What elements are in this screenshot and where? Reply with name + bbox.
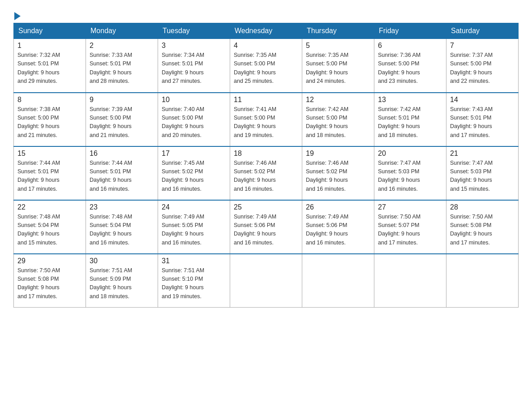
weekday-header-friday: Friday — [374, 23, 446, 39]
calendar-table: SundayMondayTuesdayWednesdayThursdayFrid… — [13, 23, 519, 308]
day-info: Sunrise: 7:37 AMSunset: 5:00 PMDaylight:… — [450, 51, 515, 86]
calendar-cell: 10Sunrise: 7:40 AMSunset: 5:00 PMDayligh… — [158, 93, 230, 146]
calendar-week-row: 22Sunrise: 7:48 AMSunset: 5:04 PMDayligh… — [14, 200, 519, 254]
day-info: Sunrise: 7:43 AMSunset: 5:01 PMDaylight:… — [450, 105, 515, 140]
day-info: Sunrise: 7:46 AMSunset: 5:02 PMDaylight:… — [234, 159, 298, 194]
calendar-cell: 28Sunrise: 7:50 AMSunset: 5:08 PMDayligh… — [446, 200, 519, 254]
weekday-header-tuesday: Tuesday — [158, 23, 230, 39]
day-number: 2 — [90, 42, 154, 50]
day-number: 21 — [450, 150, 515, 158]
calendar-cell: 1Sunrise: 7:32 AMSunset: 5:01 PMDaylight… — [14, 39, 86, 93]
calendar-cell: 22Sunrise: 7:48 AMSunset: 5:04 PMDayligh… — [14, 200, 86, 254]
day-number: 12 — [306, 96, 370, 104]
calendar-cell: 11Sunrise: 7:41 AMSunset: 5:00 PMDayligh… — [230, 93, 302, 146]
day-info: Sunrise: 7:49 AMSunset: 5:06 PMDaylight:… — [306, 213, 370, 248]
weekday-header-monday: Monday — [86, 23, 158, 39]
calendar-cell: 6Sunrise: 7:36 AMSunset: 5:00 PMDaylight… — [374, 39, 446, 93]
day-number: 26 — [306, 203, 370, 211]
calendar-cell: 5Sunrise: 7:35 AMSunset: 5:00 PMDaylight… — [302, 39, 374, 93]
logo — [13, 11, 21, 18]
calendar-week-row: 1Sunrise: 7:32 AMSunset: 5:01 PMDaylight… — [14, 39, 519, 93]
day-info: Sunrise: 7:39 AMSunset: 5:00 PMDaylight:… — [90, 105, 154, 140]
day-number: 15 — [17, 150, 82, 158]
day-number: 5 — [306, 42, 370, 50]
calendar-week-row: 8Sunrise: 7:38 AMSunset: 5:00 PMDaylight… — [14, 93, 519, 146]
calendar-cell: 17Sunrise: 7:45 AMSunset: 5:02 PMDayligh… — [158, 146, 230, 200]
day-info: Sunrise: 7:47 AMSunset: 5:03 PMDaylight:… — [450, 159, 515, 194]
day-number: 28 — [450, 203, 515, 211]
calendar-cell: 16Sunrise: 7:44 AMSunset: 5:01 PMDayligh… — [86, 146, 158, 200]
calendar-cell: 8Sunrise: 7:38 AMSunset: 5:00 PMDaylight… — [14, 93, 86, 146]
calendar-cell: 25Sunrise: 7:49 AMSunset: 5:06 PMDayligh… — [230, 200, 302, 254]
day-info: Sunrise: 7:48 AMSunset: 5:04 PMDaylight:… — [90, 213, 154, 248]
day-info: Sunrise: 7:40 AMSunset: 5:00 PMDaylight:… — [162, 105, 226, 140]
day-number: 29 — [17, 257, 82, 265]
day-number: 27 — [378, 203, 442, 211]
day-number: 17 — [162, 150, 226, 158]
calendar-cell: 29Sunrise: 7:50 AMSunset: 5:08 PMDayligh… — [14, 254, 86, 308]
page-header — [13, 9, 519, 18]
calendar-cell: 21Sunrise: 7:47 AMSunset: 5:03 PMDayligh… — [446, 146, 519, 200]
day-info: Sunrise: 7:41 AMSunset: 5:00 PMDaylight:… — [234, 105, 298, 140]
day-info: Sunrise: 7:38 AMSunset: 5:00 PMDaylight:… — [17, 105, 82, 140]
day-number: 10 — [162, 96, 226, 104]
weekday-header-saturday: Saturday — [446, 23, 519, 39]
calendar-cell — [302, 254, 374, 308]
weekday-header-row: SundayMondayTuesdayWednesdayThursdayFrid… — [14, 23, 519, 39]
calendar-cell: 12Sunrise: 7:42 AMSunset: 5:00 PMDayligh… — [302, 93, 374, 146]
calendar-cell: 3Sunrise: 7:34 AMSunset: 5:01 PMDaylight… — [158, 39, 230, 93]
calendar-cell — [374, 254, 446, 308]
logo-arrow-icon — [14, 12, 21, 20]
day-number: 13 — [378, 96, 442, 104]
day-info: Sunrise: 7:33 AMSunset: 5:01 PMDaylight:… — [90, 51, 154, 86]
day-info: Sunrise: 7:46 AMSunset: 5:02 PMDaylight:… — [306, 159, 370, 194]
day-number: 6 — [378, 42, 442, 50]
day-number: 31 — [162, 257, 226, 265]
calendar-cell: 2Sunrise: 7:33 AMSunset: 5:01 PMDaylight… — [86, 39, 158, 93]
day-info: Sunrise: 7:45 AMSunset: 5:02 PMDaylight:… — [162, 159, 226, 194]
day-info: Sunrise: 7:49 AMSunset: 5:06 PMDaylight:… — [234, 213, 298, 248]
weekday-header-wednesday: Wednesday — [230, 23, 302, 39]
day-number: 30 — [90, 257, 154, 265]
day-info: Sunrise: 7:35 AMSunset: 5:00 PMDaylight:… — [306, 51, 370, 86]
day-number: 24 — [162, 203, 226, 211]
day-info: Sunrise: 7:32 AMSunset: 5:01 PMDaylight:… — [17, 51, 82, 86]
day-info: Sunrise: 7:44 AMSunset: 5:01 PMDaylight:… — [17, 159, 82, 194]
weekday-header-sunday: Sunday — [14, 23, 86, 39]
day-number: 1 — [17, 42, 82, 50]
day-info: Sunrise: 7:50 AMSunset: 5:08 PMDaylight:… — [17, 266, 82, 301]
day-number: 18 — [234, 150, 298, 158]
calendar-cell — [446, 254, 519, 308]
calendar-week-row: 15Sunrise: 7:44 AMSunset: 5:01 PMDayligh… — [14, 146, 519, 200]
calendar-cell: 23Sunrise: 7:48 AMSunset: 5:04 PMDayligh… — [86, 200, 158, 254]
day-number: 25 — [234, 203, 298, 211]
day-number: 11 — [234, 96, 298, 104]
day-number: 23 — [90, 203, 154, 211]
calendar-cell: 4Sunrise: 7:35 AMSunset: 5:00 PMDaylight… — [230, 39, 302, 93]
day-number: 3 — [162, 42, 226, 50]
day-number: 14 — [450, 96, 515, 104]
day-number: 19 — [306, 150, 370, 158]
calendar-cell: 18Sunrise: 7:46 AMSunset: 5:02 PMDayligh… — [230, 146, 302, 200]
calendar-cell: 9Sunrise: 7:39 AMSunset: 5:00 PMDaylight… — [86, 93, 158, 146]
calendar-cell: 14Sunrise: 7:43 AMSunset: 5:01 PMDayligh… — [446, 93, 519, 146]
calendar-cell: 13Sunrise: 7:42 AMSunset: 5:01 PMDayligh… — [374, 93, 446, 146]
calendar-cell: 7Sunrise: 7:37 AMSunset: 5:00 PMDaylight… — [446, 39, 519, 93]
calendar-cell: 26Sunrise: 7:49 AMSunset: 5:06 PMDayligh… — [302, 200, 374, 254]
day-info: Sunrise: 7:50 AMSunset: 5:08 PMDaylight:… — [450, 213, 515, 248]
day-info: Sunrise: 7:42 AMSunset: 5:01 PMDaylight:… — [378, 105, 442, 140]
calendar-cell — [230, 254, 302, 308]
calendar-cell: 19Sunrise: 7:46 AMSunset: 5:02 PMDayligh… — [302, 146, 374, 200]
day-number: 4 — [234, 42, 298, 50]
calendar-cell: 27Sunrise: 7:50 AMSunset: 5:07 PMDayligh… — [374, 200, 446, 254]
calendar-cell: 24Sunrise: 7:49 AMSunset: 5:05 PMDayligh… — [158, 200, 230, 254]
day-info: Sunrise: 7:51 AMSunset: 5:09 PMDaylight:… — [90, 266, 154, 301]
calendar-week-row: 29Sunrise: 7:50 AMSunset: 5:08 PMDayligh… — [14, 254, 519, 308]
day-number: 9 — [90, 96, 154, 104]
day-info: Sunrise: 7:47 AMSunset: 5:03 PMDaylight:… — [378, 159, 442, 194]
day-info: Sunrise: 7:36 AMSunset: 5:00 PMDaylight:… — [378, 51, 442, 86]
day-info: Sunrise: 7:48 AMSunset: 5:04 PMDaylight:… — [17, 213, 82, 248]
day-info: Sunrise: 7:35 AMSunset: 5:00 PMDaylight:… — [234, 51, 298, 86]
day-info: Sunrise: 7:34 AMSunset: 5:01 PMDaylight:… — [162, 51, 226, 86]
calendar-cell: 30Sunrise: 7:51 AMSunset: 5:09 PMDayligh… — [86, 254, 158, 308]
